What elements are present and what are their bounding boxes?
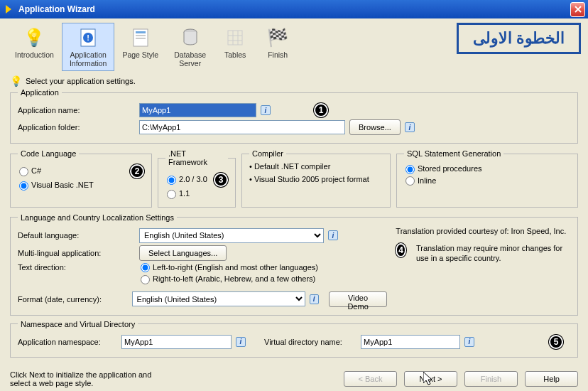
- code-language-group: Code Language C# 2 Visual Basic .NET: [10, 149, 152, 208]
- translation-credit: Translation provided courtesy of: Iron S…: [396, 226, 570, 236]
- text-direction-label: Text direction:: [18, 263, 135, 272]
- footer-bar: Click Next to initialize the application…: [0, 366, 588, 390]
- tab-application-information[interactable]: ! Application Information: [62, 23, 115, 71]
- video-demo-button[interactable]: Video Demo: [329, 291, 388, 307]
- radio-net20[interactable]: 2.0 / 3.0: [165, 175, 207, 185]
- tables-icon: [224, 26, 246, 49]
- net-framework-group: .NET Framework 2.0 / 3.0 3 1.1: [158, 149, 236, 208]
- info-icon[interactable]: i: [236, 337, 246, 347]
- format-select[interactable]: English (United States): [132, 291, 305, 306]
- radio-vbnet[interactable]: Visual Basic .NET: [18, 181, 94, 191]
- tab-tables[interactable]: Tables: [214, 23, 256, 63]
- sql-group: SQL Statement Generation Stored procedur…: [396, 149, 578, 208]
- default-lang-label: Default language:: [18, 231, 135, 240]
- format-label: Format (date, currency):: [18, 295, 128, 304]
- sql-legend: SQL Statement Generation: [404, 149, 503, 158]
- tab-page-style[interactable]: Page Style: [114, 23, 166, 63]
- info-icon[interactable]: i: [310, 294, 319, 304]
- net-framework-legend: .NET Framework: [165, 149, 228, 166]
- tab-finish[interactable]: 🏁 Finish: [256, 23, 299, 63]
- svg-rect-11: [228, 31, 242, 45]
- badge-4: 4: [396, 243, 406, 257]
- page-icon: [129, 26, 152, 49]
- radio-ltr[interactable]: Left-to-right (English and most other la…: [139, 263, 318, 273]
- multi-lang-label: Multi-lingual application:: [18, 249, 135, 257]
- application-legend: Application: [18, 88, 62, 97]
- localization-group: Language and Country Localization Settin…: [10, 213, 578, 316]
- info-icon[interactable]: i: [261, 105, 271, 115]
- wizard-toolbar: 💡 Introduction ! Application Information…: [0, 18, 588, 74]
- tab-database-server[interactable]: Database Server: [166, 23, 214, 71]
- annotation-step-label: الخطوة الاولى: [457, 23, 581, 54]
- radio-rtl[interactable]: Right-to-left (Arabic, Hebrew, and a few…: [139, 274, 315, 284]
- default-lang-select[interactable]: English (United States): [139, 228, 324, 243]
- application-group: Application Application name: i 1 Applic…: [10, 88, 578, 144]
- next-button[interactable]: Next >: [404, 371, 457, 387]
- info-icon[interactable]: i: [405, 122, 415, 132]
- app-folder-input[interactable]: [139, 120, 345, 134]
- window-title: Application Wizard: [18, 4, 570, 14]
- compiler-line2: Visual Studio 2005 project format: [249, 175, 383, 183]
- radio-csharp[interactable]: C#: [18, 166, 41, 176]
- svg-rect-8: [136, 35, 146, 36]
- virtual-dir-input[interactable]: [361, 335, 460, 349]
- info-icon[interactable]: i: [328, 230, 338, 240]
- radio-net11[interactable]: 1.1: [165, 189, 190, 199]
- finish-flag-icon: 🏁: [266, 26, 289, 49]
- virtual-dir-label: Virtual directory name:: [264, 338, 356, 346]
- radio-inline[interactable]: Inline: [404, 176, 436, 186]
- translation-note: Translation may require minor changes fo…: [416, 243, 570, 263]
- browse-button[interactable]: Browse...: [349, 119, 401, 135]
- app-folder-label: Application folder:: [18, 123, 135, 132]
- namespace-label: Application namespace:: [18, 338, 117, 346]
- svg-marker-0: [6, 5, 11, 14]
- app-name-label: Application name:: [18, 106, 135, 114]
- app-icon: [3, 4, 14, 15]
- badge-3: 3: [214, 173, 228, 187]
- code-language-legend: Code Language: [18, 149, 79, 158]
- footer-hint: Click Next to initialize the application…: [10, 370, 170, 387]
- info-icon[interactable]: i: [464, 337, 474, 347]
- badge-5: 5: [549, 335, 563, 349]
- app-name-input[interactable]: [139, 103, 256, 117]
- svg-text:!: !: [87, 33, 89, 42]
- titlebar: Application Wizard: [0, 0, 588, 18]
- finish-button[interactable]: Finish: [464, 371, 518, 387]
- instruction-text: Select your application settings.: [26, 77, 136, 85]
- badge-2: 2: [130, 164, 144, 178]
- svg-rect-9: [136, 38, 146, 39]
- radio-stored[interactable]: Stored procedures: [404, 164, 482, 174]
- localization-legend: Language and Country Localization Settin…: [18, 213, 177, 222]
- help-button[interactable]: Help: [525, 371, 578, 387]
- database-icon: [179, 26, 202, 49]
- namespace-legend: Namespace and Virtual Directory: [18, 320, 138, 328]
- namespace-group: Namespace and Virtual Directory Applicat…: [10, 320, 578, 358]
- compiler-group: Compiler Default .NET compiler Visual St…: [241, 149, 391, 208]
- info-doc-icon: !: [77, 26, 99, 49]
- back-button[interactable]: < Back: [344, 371, 397, 387]
- select-languages-button[interactable]: Select Languages...: [139, 245, 227, 261]
- badge-1: 1: [314, 103, 328, 117]
- lightbulb-icon: 💡: [23, 26, 45, 49]
- lightbulb-icon: 💡: [10, 75, 21, 87]
- compiler-line1: Default .NET compiler: [249, 162, 383, 171]
- svg-rect-7: [136, 31, 146, 33]
- compiler-legend: Compiler: [249, 149, 286, 158]
- tab-introduction[interactable]: 💡 Introduction: [7, 23, 62, 63]
- namespace-input[interactable]: [121, 335, 232, 349]
- close-button[interactable]: [570, 2, 585, 17]
